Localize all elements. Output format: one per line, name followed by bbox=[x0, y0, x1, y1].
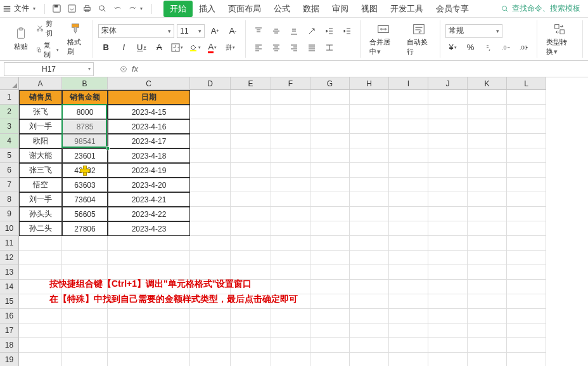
cell-L13[interactable] bbox=[507, 265, 546, 280]
cell-H12[interactable] bbox=[350, 251, 389, 265]
cell-J11[interactable] bbox=[428, 236, 468, 251]
cell-D6[interactable] bbox=[190, 163, 231, 178]
cell-D12[interactable] bbox=[190, 251, 231, 265]
cell-A11[interactable] bbox=[19, 236, 62, 251]
cell-D8[interactable] bbox=[190, 192, 231, 207]
col-header-H[interactable]: H bbox=[350, 77, 389, 90]
cell-E18[interactable] bbox=[231, 338, 271, 353]
justify-icon[interactable] bbox=[305, 41, 319, 55]
cell-J4[interactable] bbox=[428, 134, 468, 148]
decrease-indent-icon[interactable] bbox=[323, 24, 336, 38]
cell-B5[interactable]: 23601 bbox=[62, 148, 108, 163]
cell-L15[interactable] bbox=[507, 294, 546, 309]
cell-I16[interactable] bbox=[389, 309, 428, 324]
increase-font-icon[interactable]: A+ bbox=[208, 24, 222, 38]
select-all-corner[interactable] bbox=[0, 77, 19, 90]
tab-start[interactable]: 开始 bbox=[163, 1, 193, 17]
cell-I1[interactable] bbox=[389, 90, 428, 105]
format-painter-button[interactable]: 格式刷 bbox=[63, 21, 88, 58]
cell-H3[interactable] bbox=[350, 119, 389, 134]
cell-D3[interactable] bbox=[190, 119, 231, 134]
cell-J1[interactable] bbox=[428, 90, 468, 105]
fill-handle[interactable] bbox=[106, 147, 110, 150]
cell-K4[interactable] bbox=[468, 134, 507, 148]
cell-H7[interactable] bbox=[350, 178, 389, 192]
cell-K16[interactable] bbox=[468, 309, 507, 324]
cell-D17[interactable] bbox=[190, 324, 231, 338]
cell-G12[interactable] bbox=[310, 251, 350, 265]
cell-L16[interactable] bbox=[507, 309, 546, 324]
col-header-L[interactable]: L bbox=[507, 77, 546, 90]
orientation-icon[interactable] bbox=[305, 24, 319, 38]
cell-C17[interactable] bbox=[108, 324, 190, 338]
cell-A12[interactable] bbox=[19, 251, 62, 265]
row-header-1[interactable]: 1 bbox=[0, 90, 19, 105]
tab-member[interactable]: 会员专享 bbox=[430, 1, 475, 17]
row-header-11[interactable]: 11 bbox=[0, 236, 19, 251]
cell-J8[interactable] bbox=[428, 192, 468, 207]
border-button[interactable]: ▾ bbox=[170, 41, 184, 55]
cell-L14[interactable] bbox=[507, 280, 546, 294]
cell-I8[interactable] bbox=[389, 192, 428, 207]
cell-H8[interactable] bbox=[350, 192, 389, 207]
row-header-13[interactable]: 13 bbox=[0, 265, 19, 280]
cell-A3[interactable]: 刘一手 bbox=[19, 119, 62, 134]
cell-G18[interactable] bbox=[310, 338, 350, 353]
cell-I14[interactable] bbox=[389, 280, 428, 294]
bold-button[interactable]: B bbox=[99, 41, 113, 55]
tab-formulas[interactable]: 公式 bbox=[267, 1, 297, 17]
fx-icon[interactable]: fx bbox=[132, 64, 138, 74]
cell-E17[interactable] bbox=[231, 324, 271, 338]
cell-H16[interactable] bbox=[350, 309, 389, 324]
cell-B7[interactable]: 63603 bbox=[62, 178, 108, 192]
cell-K7[interactable] bbox=[468, 178, 507, 192]
cell-L1[interactable] bbox=[507, 90, 546, 105]
cell-J3[interactable] bbox=[428, 119, 468, 134]
cell-F12[interactable] bbox=[271, 251, 310, 265]
hamburger-icon[interactable] bbox=[3, 4, 11, 13]
cell-C4[interactable]: 2023-4-17 bbox=[108, 134, 190, 148]
cell-D10[interactable] bbox=[190, 221, 231, 236]
col-header-B[interactable]: B bbox=[62, 77, 108, 90]
cell-K18[interactable] bbox=[468, 338, 507, 353]
cell-I13[interactable] bbox=[389, 265, 428, 280]
cell-E9[interactable] bbox=[231, 207, 271, 221]
cell-I18[interactable] bbox=[389, 338, 428, 353]
cell-K12[interactable] bbox=[468, 251, 507, 265]
cell-C18[interactable] bbox=[108, 338, 190, 353]
cell-F6[interactable] bbox=[271, 163, 310, 178]
cell-B1[interactable]: 销售金额 bbox=[62, 90, 108, 105]
cell-F19[interactable] bbox=[271, 353, 310, 366]
cell-C6[interactable]: 2023-4-19 bbox=[108, 163, 190, 178]
cell-C9[interactable]: 2023-4-22 bbox=[108, 207, 190, 221]
paste-button[interactable]: 粘贴 bbox=[10, 25, 32, 53]
cell-G3[interactable] bbox=[310, 119, 350, 134]
row-header-7[interactable]: 7 bbox=[0, 178, 19, 192]
cell-G9[interactable] bbox=[310, 207, 350, 221]
row-header-16[interactable]: 16 bbox=[0, 309, 19, 324]
cell-K5[interactable] bbox=[468, 148, 507, 163]
strikethrough-button[interactable]: A bbox=[152, 41, 166, 55]
cell-K13[interactable] bbox=[468, 265, 507, 280]
formula-input[interactable] bbox=[142, 62, 584, 76]
cell-A18[interactable] bbox=[19, 338, 62, 353]
cell-D16[interactable] bbox=[190, 309, 231, 324]
distribute-icon[interactable] bbox=[323, 41, 336, 55]
cell-I6[interactable] bbox=[389, 163, 428, 178]
cell-B18[interactable] bbox=[62, 338, 108, 353]
number-format-select[interactable]: 常规 bbox=[445, 24, 502, 38]
cell-K15[interactable] bbox=[468, 294, 507, 309]
align-left-icon[interactable] bbox=[252, 41, 265, 55]
cell-I9[interactable] bbox=[389, 207, 428, 221]
cell-L12[interactable] bbox=[507, 251, 546, 265]
cell-C5[interactable]: 2023-4-18 bbox=[108, 148, 190, 163]
cell-D4[interactable] bbox=[190, 134, 231, 148]
decrease-decimal-icon[interactable]: .00 bbox=[517, 41, 531, 55]
cell-H9[interactable] bbox=[350, 207, 389, 221]
cell-E3[interactable] bbox=[231, 119, 271, 134]
cell-L5[interactable] bbox=[507, 148, 546, 163]
cell-I4[interactable] bbox=[389, 134, 428, 148]
row-header-8[interactable]: 8 bbox=[0, 192, 19, 207]
align-center-icon[interactable] bbox=[269, 41, 283, 55]
cell-K6[interactable] bbox=[468, 163, 507, 178]
